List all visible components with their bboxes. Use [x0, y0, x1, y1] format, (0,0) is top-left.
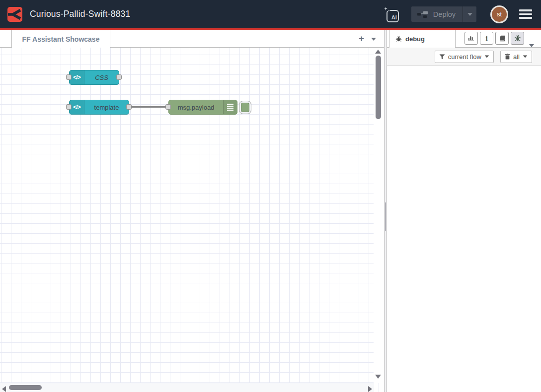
scroll-up-arrow[interactable] — [375, 50, 381, 54]
ai-label: AI — [391, 14, 397, 21]
deploy-label: Deploy — [433, 10, 456, 18]
header: Curious-Pallid-Swift-8831 AI — [0, 0, 541, 28]
resize-grip-icon — [385, 202, 386, 231]
info-icon: i — [485, 34, 487, 43]
bug-icon — [514, 35, 521, 42]
deploy-main[interactable]: Deploy — [411, 10, 463, 18]
flowfuse-logo[interactable] — [7, 7, 22, 22]
sidebar-tool-buttons: i — [464, 32, 524, 45]
horizontal-scrollbar — [0, 383, 374, 392]
book-icon — [499, 35, 506, 42]
deploy-options-caret[interactable] — [463, 6, 476, 22]
sidebar-options-caret[interactable] — [529, 44, 534, 47]
input-port[interactable] — [66, 74, 72, 80]
vertical-scroll-thumb[interactable] — [376, 56, 381, 119]
ai-assistant-button[interactable]: AI — [383, 5, 399, 23]
hamburger-bar — [519, 17, 532, 19]
filter-funnel-icon — [439, 54, 445, 60]
sidebar-tab-debug[interactable]: debug — [389, 30, 456, 48]
debug-clear-button[interactable]: all — [500, 51, 532, 63]
scroll-down-arrow[interactable] — [375, 375, 381, 379]
node-label: CSS — [84, 70, 119, 84]
debug-sidebar-button[interactable] — [511, 32, 524, 45]
debug-filter-button[interactable]: current flow — [435, 51, 494, 63]
node-label: msg.payload — [169, 100, 223, 114]
node-template[interactable]: </> template — [69, 100, 129, 115]
node-debug[interactable]: msg.payload — [168, 100, 237, 115]
add-flow-button[interactable]: + — [359, 34, 364, 43]
node-label: template — [84, 100, 129, 114]
bar-chart-icon — [467, 35, 475, 42]
node-css[interactable]: </> CSS — [69, 70, 119, 85]
code-icon: </> — [70, 100, 84, 114]
sidebar-tab-label: debug — [405, 35, 425, 43]
horizontal-scroll-thumb[interactable] — [9, 385, 42, 390]
sidebar: debug i — [387, 30, 541, 392]
input-port[interactable] — [66, 104, 72, 110]
hamburger-bar — [519, 9, 532, 11]
help-book-button[interactable] — [495, 32, 509, 45]
workspace-list-caret[interactable] — [371, 38, 376, 41]
output-port[interactable] — [116, 74, 122, 80]
flow-canvas[interactable]: </> CSS </> template msg.payload — [0, 48, 384, 392]
code-icon: </> — [70, 70, 84, 84]
sidebar-tabbar: debug i — [387, 30, 541, 48]
debug-messages-panel[interactable] — [387, 66, 541, 392]
deploy-button[interactable]: Deploy — [411, 6, 476, 22]
trash-icon — [505, 54, 510, 60]
chevron-down-icon — [485, 55, 489, 58]
bug-icon — [395, 36, 402, 42]
sparkle-icon — [383, 5, 391, 14]
debug-toolbar: current flow all — [387, 48, 541, 66]
info-button[interactable]: i — [480, 32, 493, 45]
clear-label: all — [513, 53, 520, 61]
output-port[interactable] — [126, 104, 132, 110]
debug-list-icon — [223, 100, 237, 114]
workspace-tab-label: FF Assistant Showcase — [22, 35, 100, 43]
dashboard-chart-button[interactable] — [464, 32, 478, 45]
scroll-left-arrow[interactable] — [2, 386, 6, 392]
filter-label: current flow — [448, 53, 481, 61]
workspace-tabbar: FF Assistant Showcase + — [0, 30, 384, 48]
workspace-tab-ff-assistant-showcase[interactable]: FF Assistant Showcase — [11, 30, 110, 48]
chevron-down-icon — [467, 13, 472, 16]
deploy-nodes-icon — [417, 10, 428, 18]
header-actions: AI Deploy — [383, 5, 541, 23]
wire[interactable] — [129, 106, 169, 108]
main-menu-button[interactable] — [519, 9, 532, 19]
chevron-down-icon — [523, 55, 528, 58]
instance-title: Curious-Pallid-Swift-8831 — [30, 9, 130, 19]
node-red-editor: Curious-Pallid-Swift-8831 AI — [0, 0, 541, 392]
scroll-right-arrow[interactable] — [368, 386, 372, 392]
debug-enable-toggle[interactable] — [239, 101, 251, 114]
hamburger-bar — [519, 13, 532, 15]
input-port[interactable] — [165, 104, 171, 110]
user-avatar[interactable]: st — [490, 5, 508, 23]
